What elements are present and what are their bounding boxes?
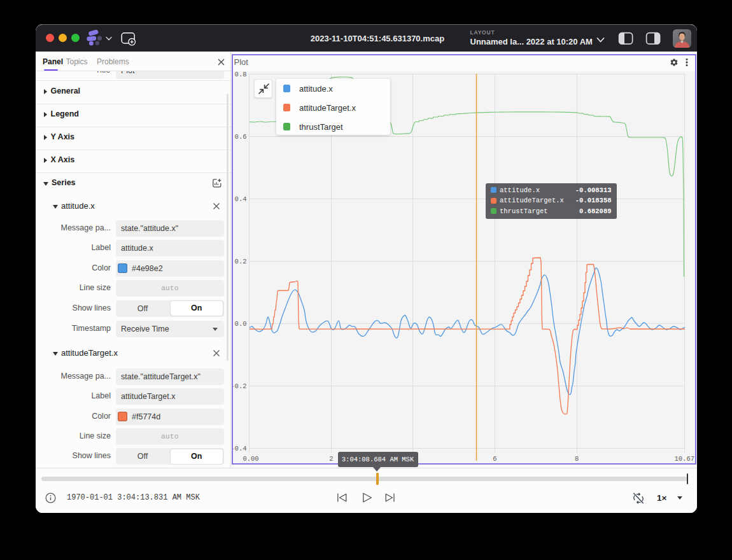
svg-text:0.6: 0.6 — [234, 133, 246, 141]
svg-text:6: 6 — [493, 455, 496, 463]
svg-text:8: 8 — [574, 455, 578, 463]
svg-text:0.0: 0.0 — [234, 320, 246, 328]
svg-text:-0.2: -0.2 — [233, 382, 247, 390]
svg-text:0.2: 0.2 — [234, 258, 246, 265]
svg-text:10.67: 10.67 — [674, 455, 694, 463]
svg-text:0.8: 0.8 — [234, 71, 246, 78]
svg-text:0.4: 0.4 — [234, 195, 246, 203]
svg-text:0.00: 0.00 — [243, 455, 258, 463]
svg-text:2: 2 — [329, 455, 333, 463]
svg-text:-0.4: -0.4 — [233, 445, 247, 452]
